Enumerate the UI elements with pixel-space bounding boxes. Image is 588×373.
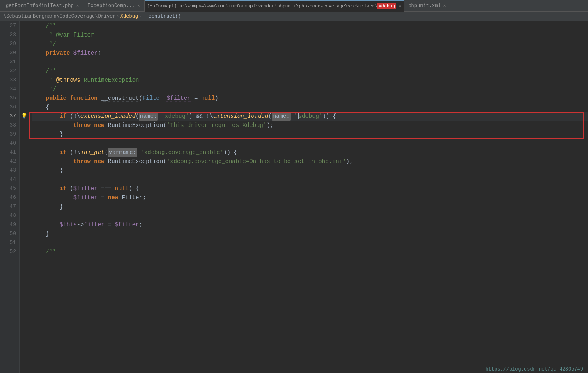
- tab-xdebug[interactable]: [53formapi] D:\wamp64\www\IDP\IDPformapi…: [145, 0, 404, 12]
- active-filename: Xdebug: [377, 3, 396, 9]
- code-line-38: throw new RuntimeException('This driver …: [32, 121, 588, 130]
- code-line-43: }: [32, 166, 588, 175]
- code-line-52: /**: [32, 247, 588, 256]
- breadcrumb: \SebastianBergmann\CodeCoverage\Driver ›…: [0, 12, 588, 21]
- code-line-28: * @var Filter: [32, 30, 588, 39]
- code-line-33: * @throws RuntimeException: [32, 76, 588, 85]
- tab-getformminitest[interactable]: getFormInfoMiniTest.php ×: [2, 0, 83, 12]
- code-line-47: }: [32, 202, 588, 211]
- code-line-37: if (!\extension_loaded(name: 'xdebug') &…: [32, 112, 588, 121]
- tab-phpunit[interactable]: phpunit.xml ×: [404, 0, 450, 12]
- bulb-icon[interactable]: 💡: [21, 112, 28, 121]
- code-line-35: public function __construct(Filter $filt…: [32, 94, 588, 103]
- code-editor[interactable]: /** * @var Filter */ private $filter; /*…: [29, 21, 588, 373]
- code-line-45: if ($filter === null) {: [32, 184, 588, 193]
- status-bar: https://blog.csdn.net/qq_42805749: [480, 366, 588, 373]
- icon-gutter: 💡: [20, 21, 29, 373]
- code-line-39: }: [32, 130, 588, 139]
- code-line-49: $this->filter = $filter;: [32, 220, 588, 229]
- code-line-46: $filter = new Filter;: [32, 193, 588, 202]
- tab-bar: getFormInfoMiniTest.php × ExceptionComp.…: [0, 0, 588, 12]
- tab-close-icon[interactable]: ×: [399, 4, 402, 9]
- tab-close-icon[interactable]: ×: [443, 3, 446, 8]
- code-line-36: {: [32, 103, 588, 112]
- code-line-34: */: [32, 85, 588, 94]
- code-line-40: [32, 139, 588, 148]
- tab-close-icon[interactable]: ×: [76, 3, 79, 8]
- code-line-44: [32, 175, 588, 184]
- tab-close-icon[interactable]: ×: [137, 3, 140, 8]
- code-line-48: [32, 211, 588, 220]
- code-line-31: [32, 58, 588, 67]
- code-line-41: if (!\ini_get(varname: 'xdebug.coverage_…: [32, 148, 588, 157]
- code-line-51: [32, 238, 588, 247]
- blog-url: https://blog.csdn.net/qq_42805749: [485, 366, 583, 372]
- code-line-42: throw new RuntimeException('xdebug.cover…: [32, 157, 588, 166]
- code-line-50: }: [32, 229, 588, 238]
- line-numbers: 27 28 29 30 31 32 33 34 35 36 37 38 39 4…: [0, 21, 20, 373]
- tab-exceptioncomp[interactable]: ExceptionComp... ×: [83, 0, 145, 12]
- editor-area: 27 28 29 30 31 32 33 34 35 36 37 38 39 4…: [0, 21, 588, 373]
- code-line-27: /**: [32, 21, 588, 30]
- code-line-32: /**: [32, 67, 588, 76]
- code-line-29: */: [32, 39, 588, 48]
- code-line-30: private $filter;: [32, 48, 588, 58]
